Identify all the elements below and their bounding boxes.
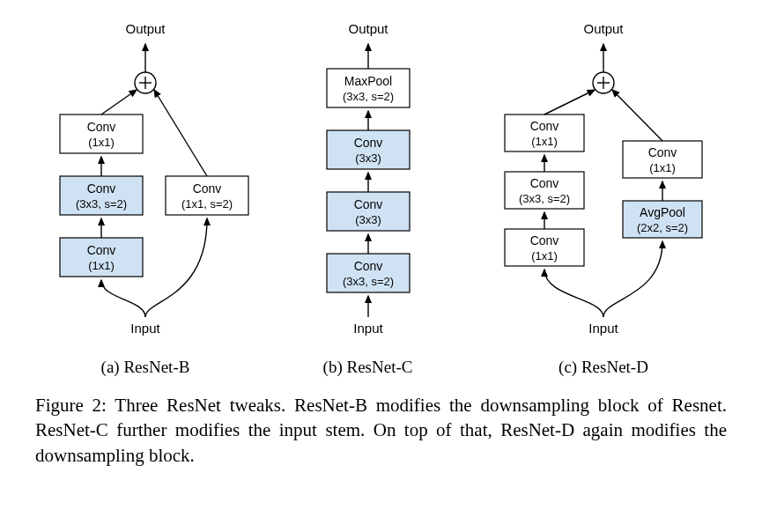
- figure-panels: Output Conv (1x1): [35, 18, 727, 377]
- box-conv-1x1-top: Conv (1x1): [60, 115, 143, 153]
- svg-text:(3x3, s=2): (3x3, s=2): [342, 275, 393, 288]
- caption-text: Three ResNet tweaks. ResNet-B modifies t…: [35, 395, 727, 466]
- svg-text:Conv: Conv: [87, 181, 116, 196]
- subcaption-c: (c) ResNet-D: [559, 358, 648, 377]
- box-conv-3x3-s2: Conv (3x3, s=2): [60, 176, 143, 215]
- svg-text:(2x2, s=2): (2x2, s=2): [637, 221, 688, 234]
- svg-text:Conv: Conv: [353, 197, 382, 211]
- panel-resnet-c: Output MaxPool (3x3, s=2) Conv (3x3): [293, 18, 443, 377]
- svg-text:(3x3, s=2): (3x3, s=2): [342, 90, 393, 103]
- svg-text:(1x1): (1x1): [531, 249, 558, 262]
- svg-text:MaxPool: MaxPool: [344, 74, 391, 88]
- box-conv-1x1-s2-right: Conv (1x1, s=2): [166, 176, 248, 215]
- box-conv-3x3-s2-bottom: Conv (3x3, s=2): [327, 254, 410, 292]
- panel-resnet-b: Output Conv (1x1): [35, 18, 255, 377]
- arrow: [145, 218, 207, 317]
- panel-resnet-d: Output Conv (1x1) Conv (3x3, s=: [480, 18, 727, 377]
- arrow: [101, 90, 137, 115]
- add-node: [135, 72, 156, 93]
- box-conv-1x1-bottom: Conv (1x1): [60, 238, 143, 277]
- output-label: Output: [125, 21, 166, 36]
- svg-text:Conv: Conv: [87, 120, 116, 134]
- input-label: Input: [130, 321, 160, 336]
- input-label: Input: [353, 321, 383, 336]
- svg-text:(3x3, s=2): (3x3, s=2): [76, 197, 127, 211]
- input-label: Input: [588, 321, 618, 336]
- svg-text:(1x1): (1x1): [531, 135, 558, 148]
- figure-label: Figure 2:: [35, 395, 107, 416]
- svg-text:Conv: Conv: [353, 259, 382, 273]
- box-left-conv-3x3-s2: Conv (3x3, s=2): [505, 172, 584, 209]
- svg-text:(1x1): (1x1): [649, 161, 676, 174]
- box-maxpool: MaxPool (3x3, s=2): [327, 69, 410, 107]
- svg-text:(1x1): (1x1): [88, 136, 115, 149]
- arrow: [544, 270, 603, 317]
- output-label: Output: [583, 21, 624, 36]
- diagram-resnet-b: Output Conv (1x1): [35, 18, 255, 352]
- arrow: [603, 241, 662, 317]
- figure: Output Conv (1x1): [35, 18, 727, 468]
- svg-text:(1x1, s=2): (1x1, s=2): [181, 197, 233, 211]
- diagram-resnet-d: Output Conv (1x1) Conv (3x3, s=: [480, 18, 727, 352]
- diagram-resnet-c: Output MaxPool (3x3, s=2) Conv (3x3): [293, 18, 443, 352]
- svg-text:AvgPool: AvgPool: [640, 205, 685, 219]
- box-right-avgpool: AvgPool (2x2, s=2): [623, 201, 702, 238]
- svg-text:(1x1): (1x1): [88, 259, 115, 272]
- arrow: [101, 280, 145, 317]
- box-right-conv-1x1: Conv (1x1): [623, 141, 702, 178]
- svg-text:(3x3, s=2): (3x3, s=2): [519, 192, 570, 205]
- figure-caption: Figure 2: Three ResNet tweaks. ResNet-B …: [35, 393, 727, 468]
- subcaption-b: (b) ResNet-C: [323, 358, 413, 377]
- svg-text:Conv: Conv: [353, 136, 382, 150]
- subcaption-a: (a) ResNet-B: [101, 358, 190, 377]
- svg-text:Conv: Conv: [648, 145, 677, 159]
- svg-text:Conv: Conv: [530, 119, 559, 133]
- box-left-conv-1x1-bottom: Conv (1x1): [505, 229, 584, 266]
- svg-text:Conv: Conv: [530, 233, 559, 248]
- box-conv-3x3-top: Conv (3x3): [327, 130, 410, 169]
- arrow: [544, 90, 595, 115]
- arrow: [612, 90, 662, 141]
- output-label: Output: [348, 21, 388, 36]
- svg-text:Conv: Conv: [193, 181, 222, 196]
- svg-text:Conv: Conv: [530, 176, 559, 190]
- svg-text:(3x3): (3x3): [355, 151, 381, 165]
- box-left-conv-1x1-top: Conv (1x1): [505, 115, 584, 151]
- svg-text:Conv: Conv: [87, 243, 116, 257]
- box-conv-3x3-mid: Conv (3x3): [327, 192, 410, 231]
- svg-text:(3x3): (3x3): [355, 213, 381, 226]
- arrow: [154, 90, 207, 176]
- add-node: [593, 72, 614, 93]
